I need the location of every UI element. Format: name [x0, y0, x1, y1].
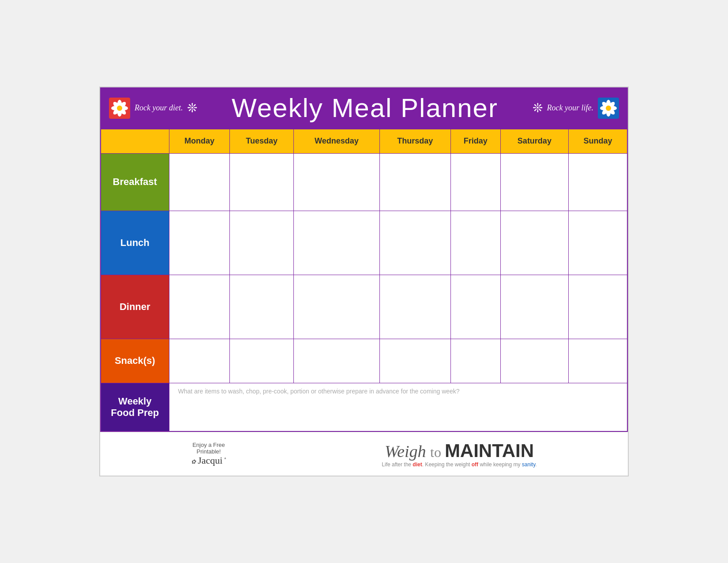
weekly-food-prep-label: WeeklyFood Prep: [101, 383, 169, 431]
snacks-tuesday[interactable]: [230, 339, 294, 383]
lunch-friday[interactable]: [450, 211, 500, 275]
dinner-monday[interactable]: [169, 275, 230, 339]
breakfast-friday[interactable]: [450, 153, 500, 211]
footer: Enjoy a Free Printable! ✿ Jacqui * Weigh…: [100, 432, 628, 476]
dinner-sunday[interactable]: [568, 275, 627, 339]
snacks-label: Snack(s): [101, 339, 169, 383]
day-header-row: Monday Tuesday Wednesday Thursday Friday…: [101, 129, 627, 153]
weekly-food-prep-row: WeeklyFood Prep What are items to wash, …: [101, 383, 627, 431]
dinner-row: Dinner: [101, 275, 627, 339]
snacks-row: Snack(s): [101, 339, 627, 383]
breakfast-wednesday[interactable]: [293, 153, 379, 211]
breakfast-monday[interactable]: [169, 153, 230, 211]
svg-point-9: [117, 106, 122, 111]
enjoy-label: Enjoy a Free Printable!: [191, 442, 226, 455]
friday-header: Friday: [450, 129, 500, 153]
breakfast-row: Breakfast: [101, 153, 627, 211]
breakfast-tuesday[interactable]: [230, 153, 294, 211]
lunch-saturday[interactable]: [500, 211, 568, 275]
meal-planner-table: Monday Tuesday Wednesday Thursday Friday…: [100, 128, 628, 432]
tuesday-header: Tuesday: [230, 129, 294, 153]
header-bar: Rock your diet. ❊ Weekly Meal Planner ❊ …: [100, 87, 628, 128]
snacks-saturday[interactable]: [500, 339, 568, 383]
lunch-row: Lunch: [101, 211, 627, 275]
brand-name: Weigh to MAINTAIN: [382, 440, 537, 461]
lunch-tuesday[interactable]: [230, 211, 294, 275]
footer-tagline: Life after the diet. Keeping the weight …: [382, 461, 537, 468]
weekly-food-prep-cell[interactable]: What are items to wash, chop, pre-cook, …: [169, 383, 627, 431]
header-right: ❊ Rock your life.: [533, 98, 619, 119]
snacks-thursday[interactable]: [379, 339, 450, 383]
thursday-header: Thursday: [379, 129, 450, 153]
dinner-friday[interactable]: [450, 275, 500, 339]
snowflake-right: ❊: [533, 101, 543, 115]
svg-point-19: [606, 106, 611, 111]
sunday-header: Sunday: [568, 129, 627, 153]
monday-header: Monday: [169, 129, 230, 153]
snacks-monday[interactable]: [169, 339, 230, 383]
breakfast-saturday[interactable]: [500, 153, 568, 211]
footer-left-section: Enjoy a Free Printable! ✿ Jacqui *: [191, 442, 226, 466]
jacqui-signature: ✿ Jacqui *: [191, 455, 226, 466]
dinner-saturday[interactable]: [500, 275, 568, 339]
breakfast-sunday[interactable]: [568, 153, 627, 211]
page-title: Weekly Meal Planner: [197, 93, 532, 123]
snowflake-left: ❊: [187, 101, 197, 115]
saturday-header: Saturday: [500, 129, 568, 153]
breakfast-thursday[interactable]: [379, 153, 450, 211]
dinner-label: Dinner: [101, 275, 169, 339]
rock-life-label: Rock your life.: [547, 103, 593, 113]
breakfast-label: Breakfast: [101, 153, 169, 211]
flower-icon-right: [598, 98, 619, 119]
dinner-thursday[interactable]: [379, 275, 450, 339]
lunch-label: Lunch: [101, 211, 169, 275]
snacks-friday[interactable]: [450, 339, 500, 383]
lunch-wednesday[interactable]: [293, 211, 379, 275]
flower-icon-left: [109, 98, 130, 119]
rock-diet-label: Rock your diet.: [135, 103, 183, 113]
dinner-wednesday[interactable]: [293, 275, 379, 339]
snacks-wednesday[interactable]: [293, 339, 379, 383]
empty-header-cell: [101, 129, 169, 153]
footer-brand-section: Weigh to MAINTAIN Life after the diet. K…: [382, 440, 537, 468]
lunch-sunday[interactable]: [568, 211, 627, 275]
dinner-tuesday[interactable]: [230, 275, 294, 339]
lunch-monday[interactable]: [169, 211, 230, 275]
lunch-thursday[interactable]: [379, 211, 450, 275]
wednesday-header: Wednesday: [293, 129, 379, 153]
header-left: Rock your diet. ❊: [109, 98, 197, 119]
snacks-sunday[interactable]: [568, 339, 627, 383]
